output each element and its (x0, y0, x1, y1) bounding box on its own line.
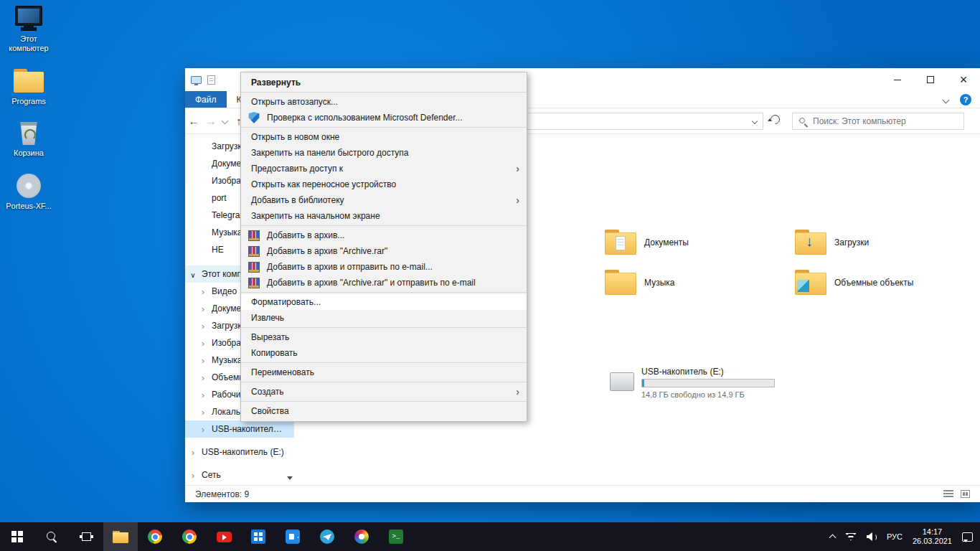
task-view-button[interactable] (69, 522, 103, 551)
search-box (792, 113, 964, 130)
menu-item-add-to-library[interactable]: Добавить в библиотеку (241, 192, 527, 208)
tree-item-usb-drive[interactable]: USB-накопитель (E:) (185, 443, 294, 461)
folder-tile-documents[interactable]: Документы (604, 226, 783, 259)
desktop-icon-recycle-bin[interactable]: Корзина (3, 122, 55, 158)
help-icon[interactable] (960, 94, 971, 105)
menu-item-add-to-archive[interactable]: Добавить в архив... (241, 227, 527, 243)
menu-item-pin-quick-access[interactable]: Закрепить на панели быстрого доступа (241, 145, 527, 161)
close-button[interactable] (947, 68, 980, 91)
menu-item-label: Открыть в новом окне (251, 132, 339, 142)
tree-item-usb-drive-selected[interactable]: USB-накопитель (E:) (185, 420, 294, 438)
taskbar-telegram-button[interactable] (310, 522, 344, 551)
drive-usage-bar (641, 379, 775, 387)
chevron-right-icon[interactable] (198, 390, 208, 400)
recent-locations-chevron-icon[interactable] (222, 118, 229, 125)
desktop-icon-this-pc[interactable]: Этот компьютер (3, 6, 55, 53)
menu-item-cut[interactable]: Вырезать (241, 329, 527, 345)
menu-item-archive-email[interactable]: Добавить в архив и отправить по e-mail..… (241, 259, 527, 275)
usb-drive-item[interactable]: USB-накопитель (E:) 14,8 ГБ свободно из … (610, 367, 775, 399)
chevron-right-icon[interactable] (198, 321, 208, 331)
search-input[interactable] (793, 113, 963, 129)
menu-separator (241, 92, 527, 93)
desktop-icon-label: Этот компьютер (3, 34, 55, 53)
forward-button[interactable] (202, 115, 220, 127)
taskbar-chrome-button[interactable] (138, 522, 172, 551)
taskbar-clock[interactable]: 14:17 26.03.2021 (913, 527, 952, 546)
chevron-right-icon[interactable] (198, 373, 208, 382)
taskbar-terminal-button[interactable] (379, 522, 413, 551)
chevron-right-icon[interactable] (188, 471, 198, 480)
3d-objects-folder-icon (794, 269, 827, 296)
menu-item-label: Вырезать (251, 332, 289, 342)
menu-item-rename[interactable]: Переименовать (241, 364, 527, 380)
menu-item-pin-to-start[interactable]: Закрепить на начальном экране (241, 208, 527, 224)
desktop-icons: Этот компьютер Programs Корзина Porteus-… (3, 6, 55, 227)
folder-tile-3d-objects[interactable]: Объемные объекты (794, 266, 974, 299)
menu-separator (241, 362, 527, 363)
chevron-right-icon[interactable] (198, 287, 208, 296)
menu-item-label: Добавить в библиотеку (251, 195, 344, 205)
chevron-right-icon[interactable] (198, 304, 208, 314)
maximize-button[interactable] (914, 68, 947, 91)
tile-label: Объемные объекты (834, 278, 913, 288)
menu-item-open-autorun[interactable]: Открыть автозапуск... (241, 94, 527, 110)
taskbar-explorer-button[interactable] (103, 522, 138, 551)
taskbar-chrome-button-2[interactable] (172, 522, 207, 551)
chevron-right-icon[interactable] (198, 425, 208, 434)
menu-item-open-portable-device[interactable]: Открыть как переносное устройство (241, 176, 527, 192)
tree-item-label: USB-накопитель (E:) (202, 447, 285, 457)
notification-center-icon[interactable] (962, 532, 973, 542)
menu-item-label: Добавить в архив и отправить по e-mail..… (267, 262, 433, 272)
menu-item-give-access[interactable]: Предоставить доступ к (241, 161, 527, 176)
chevron-right-icon[interactable] (198, 339, 208, 348)
winrar-icon (248, 262, 260, 273)
refresh-icon[interactable] (768, 113, 781, 126)
thumbnails-view-icon[interactable] (961, 490, 970, 498)
taskbar-photos-button[interactable] (344, 522, 379, 551)
tile-label: Музыка (644, 278, 674, 288)
chevron-right-icon[interactable] (198, 408, 208, 417)
details-view-icon[interactable] (943, 490, 953, 498)
start-button[interactable] (0, 522, 34, 551)
taskbar-video-app-button[interactable] (275, 522, 310, 551)
desktop-icon-porteus[interactable]: Porteus-XF... (3, 174, 55, 211)
wifi-icon[interactable] (845, 533, 857, 541)
menu-item-new[interactable]: Создать (241, 384, 527, 400)
menu-item-archive-rar-email[interactable]: Добавить в архив "Archive.rar" и отправи… (241, 275, 527, 291)
desktop-icon-programs[interactable]: Programs (3, 69, 55, 106)
chevron-right-icon[interactable] (188, 448, 198, 457)
menu-item-defender-scan[interactable]: Проверка с использованием Microsoft Defe… (241, 110, 527, 126)
menu-item-copy[interactable]: Копировать (241, 345, 527, 361)
status-bar: Элементов: 9 (185, 485, 980, 502)
search-icon (799, 118, 805, 123)
menu-item-format[interactable]: Форматировать... (241, 294, 527, 310)
tab-file[interactable]: Файл (185, 91, 227, 108)
menu-item-add-to-archive-rar[interactable]: Добавить в архив "Archive.rar" (241, 243, 527, 259)
volume-icon[interactable] (867, 532, 877, 541)
chevron-down-icon[interactable] (188, 270, 198, 279)
drive-info: USB-накопитель (E:) 14,8 ГБ свободно из … (641, 367, 775, 399)
downloads-folder-icon (794, 229, 827, 256)
address-dropdown-chevron-icon[interactable] (752, 118, 758, 124)
taskbar-app-button-1[interactable] (241, 522, 275, 551)
menu-item-expand[interactable]: Развернуть (241, 75, 527, 90)
chevron-right-icon[interactable] (198, 356, 208, 365)
taskbar-search-button[interactable] (34, 522, 69, 551)
taskbar-youtube-button[interactable] (207, 522, 241, 551)
scroll-down-arrow-icon[interactable] (286, 475, 293, 484)
folder-tile-downloads[interactable]: Загрузки (794, 226, 974, 259)
language-indicator[interactable]: РУС (887, 532, 903, 541)
expand-ribbon-chevron-icon[interactable] (943, 97, 950, 104)
context-menu: Развернуть Открыть автозапуск... Проверк… (240, 72, 527, 422)
tree-item-network[interactable]: Сеть (185, 466, 294, 484)
hidden-icons-chevron-icon[interactable] (829, 534, 836, 542)
folder-tile-music[interactable]: Музыка (604, 266, 783, 299)
menu-item-eject[interactable]: Извлечь (241, 310, 527, 326)
minimize-button[interactable] (881, 68, 914, 91)
tile-label: Документы (644, 237, 689, 248)
menu-item-label: Добавить в архив "Archive.rar" (267, 246, 387, 256)
menu-item-properties[interactable]: Свойства (241, 403, 527, 419)
menu-item-open-new-window[interactable]: Открыть в новом окне (241, 129, 527, 145)
back-button[interactable] (185, 115, 202, 127)
properties-icon[interactable] (207, 75, 215, 85)
